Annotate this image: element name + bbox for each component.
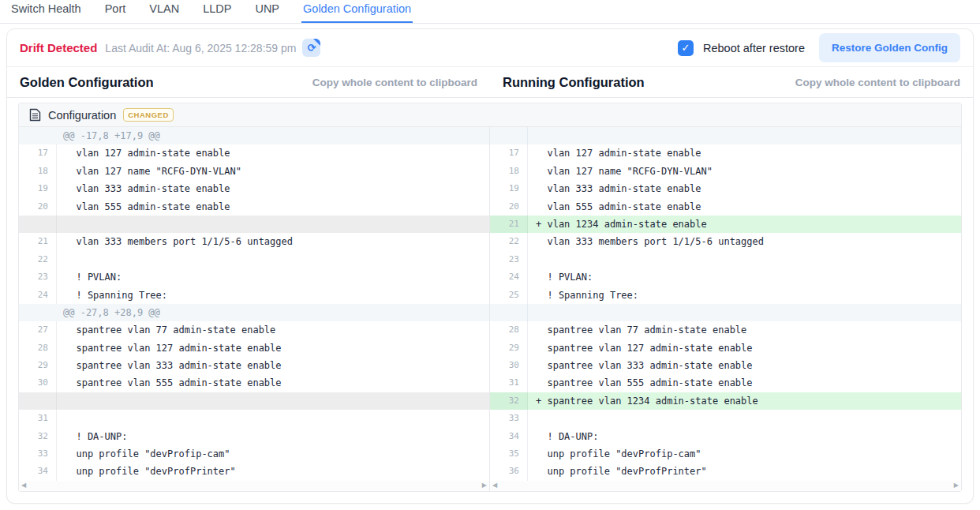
line-number: 18 [490,163,528,180]
line-text: ! PVLAN: [57,268,489,286]
tab-switch-health[interactable]: Switch Health [9,0,83,23]
diff-code-line: 34! DA-UNP: [490,428,961,445]
line-number: 25 [490,287,528,304]
line-text: ! DA-UNP: [528,428,961,445]
tab-bar: Switch HealthPortVLANLLDPUNPGolden Confi… [0,0,980,24]
diff-code-line: 30spantree vlan 555 admin-state enable [19,374,489,392]
diff-code-line: 18vlan 127 name "RCFG-DYN-VLAN" [19,163,489,180]
diff-added-line: 32+spantree vlan 1234 admin-state enable [490,392,961,410]
golden-horizontal-scrollbar[interactable]: ◀ ▶ [19,481,489,491]
line-number: 20 [490,198,528,216]
line-text: ! DA-UNP: [57,428,489,445]
diff-code-line: 31spantree vlan 555 admin-state enable [490,374,961,392]
column-headers: Golden Configuration Copy whole content … [7,67,973,98]
scroll-left-arrow-icon[interactable]: ◀ [492,482,497,489]
line-text: vlan 555 admin-state enable [57,198,489,216]
line-number: 32 [490,392,528,410]
line-number: 24 [490,268,528,286]
golden-config-card: Drift Detected Last Audit At: Aug 6, 202… [6,28,974,504]
diff-filler-row [19,216,489,233]
diff-code-line: 19vlan 333 admin-state enable [19,180,489,197]
line-text: ! PVLAN: [528,268,961,286]
line-number: 30 [490,357,528,374]
line-text: unp profile "devProfPrinter" [528,463,961,480]
line-number: 29 [490,339,528,357]
tab-unp[interactable]: UNP [253,0,281,23]
tab-port[interactable]: Port [103,0,128,23]
line-number: 23 [490,251,528,268]
running-horizontal-scrollbar[interactable]: ◀ ▶ [490,481,961,491]
line-text: spantree vlan 77 admin-state enable [528,321,961,339]
banner-actions: ✓ Reboot after restore Restore Golden Co… [678,33,960,62]
line-text [57,410,489,427]
line-text: spantree vlan 333 admin-state enable [57,357,489,374]
diff-code-line: 33unp profile "devProfip-cam" [19,445,489,463]
diff-code-line: 30spantree vlan 333 admin-state enable [490,357,961,374]
document-icon [29,108,41,122]
line-number: 18 [19,163,57,180]
reboot-after-restore-checkbox[interactable]: ✓ [678,40,694,56]
line-text: +spantree vlan 1234 admin-state enable [528,392,961,410]
diff-code-line: 25! Spanning Tree: [490,287,961,304]
line-text: vlan 127 admin-state enable [528,144,961,162]
line-text: unp profile "devProfip-cam" [528,445,961,463]
line-number: 21 [490,216,528,233]
diff-added-line: 21+vlan 1234 admin-state enable [490,216,961,233]
line-number: 31 [490,374,528,392]
changed-status-badge: CHANGED [123,108,174,122]
diff-code-line: 29spantree vlan 127 admin-state enable [490,339,961,357]
tab-golden-configuration[interactable]: Golden Configuration [301,0,413,23]
diff-code-line: 20vlan 555 admin-state enable [490,198,961,216]
line-text [528,251,961,268]
copy-running-config-link[interactable]: Copy whole content to clipboard [795,77,960,88]
diff-code-line: 36unp profile "devProfPrinter" [490,463,961,480]
config-sync-icon[interactable]: ⟳ [302,39,320,57]
diff-code-line: 28spantree vlan 77 admin-state enable [490,321,961,339]
diff-code-line: 23! PVLAN: [19,268,489,286]
golden-config-title: Golden Configuration [20,75,154,90]
golden-config-diff-column: @@ -17,8 +17,9 @@17vlan 127 admin-state … [19,127,490,491]
copy-golden-config-link[interactable]: Copy whole content to clipboard [312,77,477,88]
scroll-right-arrow-icon[interactable]: ▶ [482,482,487,489]
line-number: 34 [490,428,528,445]
line-text: spantree vlan 333 admin-state enable [528,357,961,374]
line-text: vlan 333 members port 1/1/5-6 untagged [528,233,961,250]
line-text [57,251,489,268]
line-text: vlan 333 admin-state enable [528,180,961,197]
diff-code-line: 21vlan 333 members port 1/1/5-6 untagged [19,233,489,250]
tab-vlan[interactable]: VLAN [148,0,181,23]
drift-status: Drift Detected [20,41,97,54]
diff-body: @@ -17,8 +17,9 @@17vlan 127 admin-state … [19,127,961,491]
diff-code-line: 24! Spanning Tree: [19,287,489,304]
diff-code-line: 20vlan 555 admin-state enable [19,198,489,216]
line-number: 28 [490,321,528,339]
line-text: vlan 333 admin-state enable [57,180,489,197]
restore-golden-config-button[interactable]: Restore Golden Config [819,33,960,62]
line-number: 36 [490,463,528,480]
line-number: 32 [19,428,57,445]
line-number: 33 [490,410,528,427]
diff-code-line: 24! PVLAN: [490,268,961,286]
scroll-left-arrow-icon[interactable]: ◀ [21,482,26,489]
line-text: spantree vlan 127 admin-state enable [528,339,961,357]
diff-file-label: Configuration [48,109,116,122]
last-audit-timestamp: Last Audit At: Aug 6, 2025 12:28:59 pm [105,42,296,54]
scroll-right-arrow-icon[interactable]: ▶ [954,482,959,489]
diff-code-line: 31 [19,410,489,427]
line-text: ! Spanning Tree: [57,287,489,304]
line-text: spantree vlan 127 admin-state enable [57,339,489,357]
diff-code-line: 19vlan 333 admin-state enable [490,180,961,197]
tab-lldp[interactable]: LLDP [201,0,233,23]
line-text: vlan 127 name "RCFG-DYN-VLAN" [528,163,961,180]
line-text: unp profile "devProfPrinter" [57,463,489,480]
diff-hunk-header: @@ -27,8 +28,9 @@ [19,304,489,321]
diff-code-line: 17vlan 127 admin-state enable [19,144,489,162]
diff-code-line: 35unp profile "devProfip-cam" [490,445,961,463]
line-number: 22 [19,251,57,268]
line-number: 21 [19,233,57,250]
diff-filler-row [490,304,961,321]
diff-file-header: Configuration CHANGED [19,103,961,127]
diff-code-line: 23 [490,251,961,268]
line-number: 30 [19,374,57,392]
running-config-title: Running Configuration [503,75,645,90]
